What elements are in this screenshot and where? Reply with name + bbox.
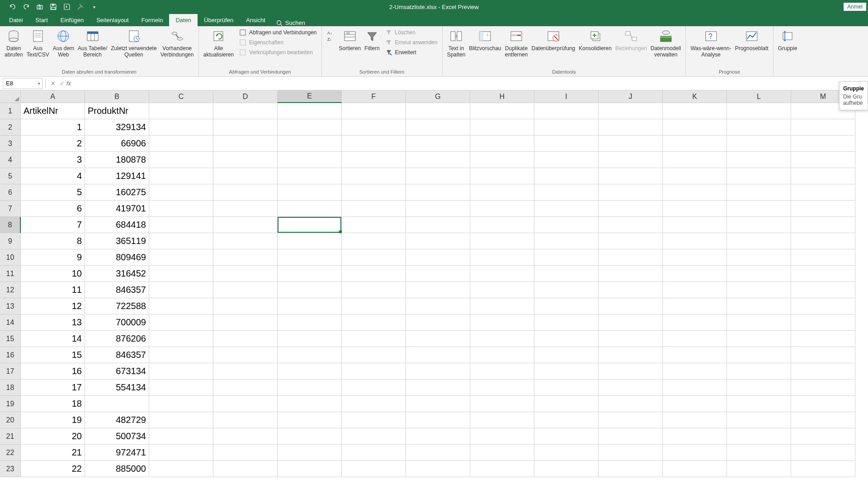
cell-B16[interactable]: 846357 [85,347,149,363]
cell-M19[interactable] [791,396,855,412]
cell-G7[interactable] [406,201,470,217]
cell-D1[interactable] [213,103,278,119]
row-header[interactable]: 10 [0,249,21,266]
ribbon-btn[interactable]: Prognoseblatt [733,28,770,52]
column-header-F[interactable]: F [342,90,406,103]
cell-M16[interactable] [791,347,855,363]
cell-H8[interactable] [470,217,534,233]
row-header[interactable]: 21 [0,428,21,445]
cell-J10[interactable] [599,249,663,266]
cell-F5[interactable] [342,168,406,184]
cell-E19[interactable] [278,396,342,412]
cell-J16[interactable] [599,347,663,363]
cell-C18[interactable] [149,380,213,396]
column-header-D[interactable]: D [213,90,278,103]
cell-B12[interactable]: 846357 [85,282,149,298]
cell-L18[interactable] [727,380,791,396]
cell-M22[interactable] [791,445,855,461]
cell-A9[interactable]: 8 [21,233,85,249]
cell-B8[interactable]: 684418 [85,217,149,233]
cell-G15[interactable] [406,331,470,347]
cell-G8[interactable] [406,217,470,233]
cell-C1[interactable] [149,103,213,119]
fx-icon[interactable]: fx [66,80,71,87]
cell-K22[interactable] [663,445,727,461]
cell-G22[interactable] [406,445,470,461]
cell-B1[interactable]: ProduktNr [85,103,149,119]
cell-L17[interactable] [727,363,791,380]
cell-D22[interactable] [213,445,278,461]
cell-I14[interactable] [534,314,599,331]
cell-E23[interactable] [278,461,342,477]
row-header[interactable]: 17 [0,363,21,380]
group-button[interactable]: Gruppie [776,28,799,52]
redo-icon[interactable] [23,3,30,10]
cell-F12[interactable] [342,282,406,298]
cell-I21[interactable] [534,428,599,445]
cell-E21[interactable] [278,428,342,445]
cell-C12[interactable] [149,282,213,298]
cell-B14[interactable]: 700009 [85,314,149,331]
cell-L13[interactable] [727,298,791,314]
cell-C19[interactable] [149,396,213,412]
cell-E8[interactable] [278,217,342,233]
cell-D19[interactable] [213,396,278,412]
ribbon-btn[interactable]: Aus Text/CSV [25,28,51,59]
cell-G16[interactable] [406,347,470,363]
ribbon-tab-seitenlayout[interactable]: Seitenlayout [90,14,135,26]
cell-E4[interactable] [278,152,342,168]
cell-K14[interactable] [663,314,727,331]
cell-D14[interactable] [213,314,278,331]
cell-D20[interactable] [213,412,278,428]
cell-K16[interactable] [663,347,727,363]
cell-G11[interactable] [406,266,470,282]
cell-M15[interactable] [791,331,855,347]
cell-M21[interactable] [791,428,855,445]
cell-C2[interactable] [149,119,213,136]
cell-J23[interactable] [599,461,663,477]
cell-D15[interactable] [213,331,278,347]
cell-L9[interactable] [727,233,791,249]
cell-H9[interactable] [470,233,534,249]
cell-E9[interactable] [278,233,342,249]
cell-M5[interactable] [791,168,855,184]
cell-G4[interactable] [406,152,470,168]
cell-G23[interactable] [406,461,470,477]
cell-G14[interactable] [406,314,470,331]
cell-C16[interactable] [149,347,213,363]
cell-E17[interactable] [278,363,342,380]
cell-J6[interactable] [599,184,663,201]
row-header[interactable]: 9 [0,233,21,249]
ribbon-item[interactable]: Erweitert [383,48,439,57]
ribbon-tab-formeln[interactable]: Formeln [135,14,170,26]
ribbon-btn[interactable]: Datenmodell verwalten [649,28,683,59]
cell-H20[interactable] [470,412,534,428]
cell-M13[interactable] [791,298,855,314]
cell-I17[interactable] [534,363,599,380]
column-header-B[interactable]: B [85,90,149,103]
cell-H13[interactable] [470,298,534,314]
cell-K1[interactable] [663,103,727,119]
cell-M2[interactable] [791,119,855,136]
cell-M9[interactable] [791,233,855,249]
camera-icon[interactable] [36,3,43,10]
cell-A14[interactable]: 13 [21,314,85,331]
tool-icon[interactable] [77,3,84,10]
cell-I2[interactable] [534,119,599,136]
cell-J12[interactable] [599,282,663,298]
column-header-L[interactable]: L [727,90,791,103]
cell-M4[interactable] [791,152,855,168]
cell-L12[interactable] [727,282,791,298]
cell-H2[interactable] [470,119,534,136]
cell-J7[interactable] [599,201,663,217]
cell-A12[interactable]: 11 [21,282,85,298]
cell-E13[interactable] [278,298,342,314]
cell-H14[interactable] [470,314,534,331]
cell-K8[interactable] [663,217,727,233]
cancel-icon[interactable]: ✕ [48,80,57,87]
cell-L20[interactable] [727,412,791,428]
cell-D10[interactable] [213,249,278,266]
column-header-E[interactable]: E [278,90,342,103]
cell-G9[interactable] [406,233,470,249]
cell-F21[interactable] [342,428,406,445]
